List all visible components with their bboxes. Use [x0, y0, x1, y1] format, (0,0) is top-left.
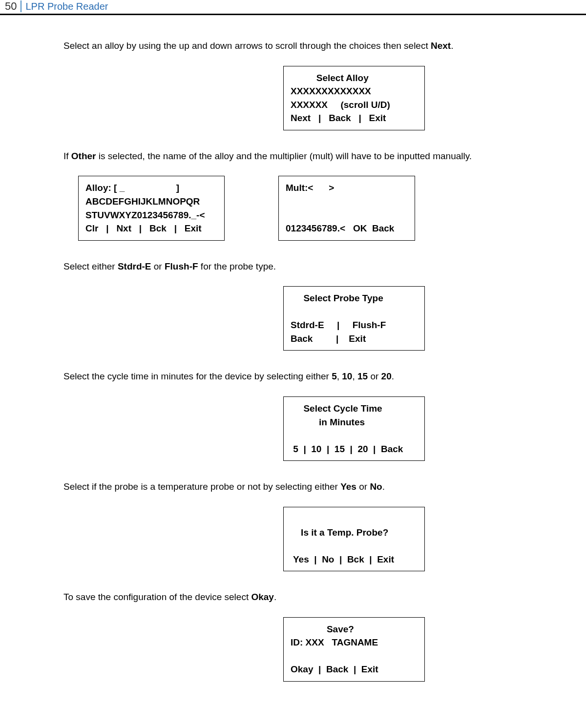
- screen-container: Select Probe Type Stdrd-E | Flush-F Back…: [63, 286, 542, 351]
- page-number: 50: [5, 0, 17, 13]
- bold-yes: Yes: [340, 481, 356, 492]
- screen-pair-container: Alloy: [ _ ] ABCDEFGHIJKLMNOPQR STUVWXYZ…: [78, 176, 542, 240]
- text-span: or: [151, 261, 165, 271]
- page-content: Select an alloy by using the up and down…: [0, 15, 586, 721]
- text-span: ,: [337, 371, 342, 381]
- paragraph-save: To save the configuration of the device …: [63, 591, 542, 603]
- text-span: is selected, the name of the alloy and t…: [96, 151, 472, 161]
- bold-next: Next: [431, 41, 451, 51]
- paragraph-other: If Other is selected, the name of the al…: [63, 150, 542, 163]
- bold-stdrd-e: Stdrd-E: [118, 261, 151, 271]
- screen-container: Select Alloy XXXXXXXXXXXXX XXXXXX (scrol…: [63, 66, 542, 130]
- screen-cycle-time: Select Cycle Time in Minutes 5 | 10 | 15…: [283, 396, 425, 461]
- screen-temp-probe: Is it a Temp. Probe? Yes | No | Bck | Ex…: [283, 507, 425, 571]
- bold-5: 5: [332, 371, 337, 381]
- text-span: .: [382, 481, 385, 492]
- bold-no: No: [370, 481, 382, 492]
- screen-alloy-input: Alloy: [ _ ] ABCDEFGHIJKLMNOPQR STUVWXYZ…: [78, 176, 225, 240]
- paragraph-temp-probe: Select if the probe is a temperature pro…: [63, 480, 542, 493]
- text-span: for the probe type.: [198, 261, 276, 271]
- header-divider: [21, 0, 21, 12]
- text-span: Select an alloy by using the up and down…: [63, 41, 431, 51]
- paragraph-cycle-time: Select the cycle time in minutes for the…: [63, 370, 542, 383]
- screen-container: Is it a Temp. Probe? Yes | No | Bck | Ex…: [63, 507, 542, 571]
- screen-save: Save? ID: XXX TAGNAME Okay | Back | Exit: [283, 617, 425, 682]
- text-span: Select if the probe is a temperature pro…: [63, 481, 340, 492]
- document-title: LPR Probe Reader: [25, 1, 108, 12]
- paragraph-select-alloy: Select an alloy by using the up and down…: [63, 40, 542, 52]
- bold-other: Other: [71, 151, 96, 161]
- text-span: ,: [352, 371, 357, 381]
- screen-container: Save? ID: XXX TAGNAME Okay | Back | Exit: [63, 617, 542, 682]
- text-span: .: [274, 592, 276, 602]
- bold-10: 10: [342, 371, 352, 381]
- text-span: Select the cycle time in minutes for the…: [63, 371, 332, 381]
- text-span: If: [63, 151, 71, 161]
- text-span: .: [451, 41, 453, 51]
- bold-20: 20: [381, 371, 392, 381]
- text-span: To save the configuration of the device …: [63, 592, 251, 602]
- screen-container: Select Cycle Time in Minutes 5 | 10 | 15…: [63, 396, 542, 461]
- bold-15: 15: [357, 371, 368, 381]
- text-span: .: [392, 371, 394, 381]
- screen-mult-input: Mult:< > 0123456789.< OK Back: [278, 176, 415, 240]
- screen-probe-type: Select Probe Type Stdrd-E | Flush-F Back…: [283, 286, 425, 351]
- bold-okay: Okay: [251, 592, 273, 602]
- paragraph-probe-type: Select either Stdrd-E or Flush-F for the…: [63, 260, 542, 273]
- text-span: or: [368, 371, 381, 381]
- text-span: or: [356, 481, 370, 492]
- page-header: 50 LPR Probe Reader: [0, 0, 586, 15]
- bold-flush-f: Flush-F: [165, 261, 198, 271]
- screen-select-alloy: Select Alloy XXXXXXXXXXXXX XXXXXX (scrol…: [283, 66, 425, 130]
- text-span: Select either: [63, 261, 118, 271]
